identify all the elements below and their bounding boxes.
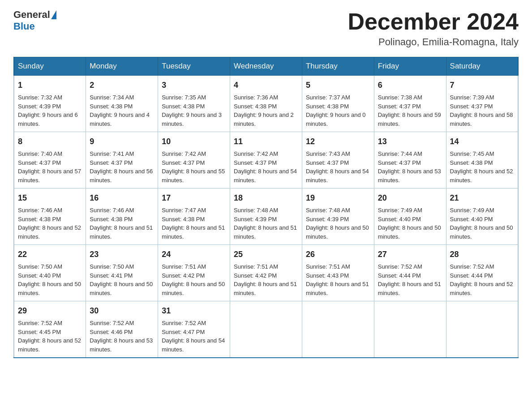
header-sunday: Sunday bbox=[14, 57, 86, 76]
day-number: 18 bbox=[234, 192, 298, 204]
day-info: Sunrise: 7:49 AMSunset: 4:40 PMDaylight:… bbox=[378, 206, 442, 241]
calendar-cell-w4-d5: 27Sunrise: 7:52 AMSunset: 4:44 PMDayligh… bbox=[374, 245, 446, 301]
day-number: 19 bbox=[306, 192, 370, 204]
day-number: 2 bbox=[90, 79, 154, 91]
day-info: Sunrise: 7:46 AMSunset: 4:38 PMDaylight:… bbox=[90, 206, 154, 241]
calendar-cell-w4-d3: 25Sunrise: 7:51 AMSunset: 4:42 PMDayligh… bbox=[230, 245, 302, 301]
day-number: 16 bbox=[90, 192, 154, 204]
day-info: Sunrise: 7:50 AMSunset: 4:41 PMDaylight:… bbox=[90, 262, 154, 297]
calendar-cell-w2-d5: 13Sunrise: 7:44 AMSunset: 4:37 PMDayligh… bbox=[374, 132, 446, 188]
day-info: Sunrise: 7:39 AMSunset: 4:37 PMDaylight:… bbox=[450, 93, 514, 128]
day-number: 3 bbox=[162, 79, 226, 91]
day-info: Sunrise: 7:52 AMSunset: 4:44 PMDaylight:… bbox=[450, 262, 514, 297]
day-number: 29 bbox=[18, 305, 82, 317]
day-number: 6 bbox=[378, 79, 442, 91]
day-number: 4 bbox=[234, 79, 298, 91]
calendar-week-row-2: 8Sunrise: 7:40 AMSunset: 4:37 PMDaylight… bbox=[14, 132, 518, 188]
day-info: Sunrise: 7:51 AMSunset: 4:42 PMDaylight:… bbox=[162, 262, 226, 297]
day-info: Sunrise: 7:42 AMSunset: 4:37 PMDaylight:… bbox=[162, 150, 226, 184]
day-info: Sunrise: 7:36 AMSunset: 4:38 PMDaylight:… bbox=[234, 93, 298, 128]
calendar-cell-w3-d5: 20Sunrise: 7:49 AMSunset: 4:40 PMDayligh… bbox=[374, 188, 446, 245]
title-section: December 2024 Polinago, Emilia-Romagna, … bbox=[348, 9, 519, 48]
day-info: Sunrise: 7:51 AMSunset: 4:43 PMDaylight:… bbox=[306, 262, 370, 297]
day-number: 1 bbox=[18, 79, 82, 91]
day-number: 21 bbox=[450, 192, 514, 204]
calendar-cell-w5-d1: 30Sunrise: 7:52 AMSunset: 4:46 PMDayligh… bbox=[86, 301, 158, 358]
day-info: Sunrise: 7:45 AMSunset: 4:38 PMDaylight:… bbox=[450, 150, 514, 184]
day-number: 10 bbox=[162, 136, 226, 148]
calendar-week-row-4: 22Sunrise: 7:50 AMSunset: 4:40 PMDayligh… bbox=[14, 245, 518, 301]
day-number: 28 bbox=[450, 248, 514, 261]
calendar-cell-w2-d1: 9Sunrise: 7:41 AMSunset: 4:37 PMDaylight… bbox=[86, 132, 158, 188]
day-info: Sunrise: 7:51 AMSunset: 4:42 PMDaylight:… bbox=[234, 262, 298, 297]
calendar-cell-w1-d2: 3Sunrise: 7:35 AMSunset: 4:38 PMDaylight… bbox=[158, 76, 230, 132]
calendar-cell-w3-d0: 15Sunrise: 7:46 AMSunset: 4:38 PMDayligh… bbox=[14, 188, 86, 245]
day-number: 12 bbox=[306, 136, 370, 148]
calendar-cell-w1-d6: 7Sunrise: 7:39 AMSunset: 4:37 PMDaylight… bbox=[446, 76, 518, 132]
calendar-cell-w2-d6: 14Sunrise: 7:45 AMSunset: 4:38 PMDayligh… bbox=[446, 132, 518, 188]
page-header: General Blue December 2024 Polinago, Emi… bbox=[13, 9, 519, 48]
day-number: 8 bbox=[18, 136, 82, 148]
calendar-cell-w4-d6: 28Sunrise: 7:52 AMSunset: 4:44 PMDayligh… bbox=[446, 245, 518, 301]
calendar-body: 1Sunrise: 7:32 AMSunset: 4:39 PMDaylight… bbox=[14, 76, 518, 358]
day-info: Sunrise: 7:38 AMSunset: 4:37 PMDaylight:… bbox=[378, 93, 442, 128]
calendar-cell-w1-d0: 1Sunrise: 7:32 AMSunset: 4:39 PMDaylight… bbox=[14, 76, 86, 132]
header-thursday: Thursday bbox=[302, 57, 374, 76]
day-info: Sunrise: 7:50 AMSunset: 4:40 PMDaylight:… bbox=[18, 262, 82, 297]
day-info: Sunrise: 7:52 AMSunset: 4:47 PMDaylight:… bbox=[162, 319, 226, 354]
day-number: 23 bbox=[90, 248, 154, 261]
header-tuesday: Tuesday bbox=[158, 57, 230, 76]
logo-blue-text: Blue bbox=[13, 21, 35, 32]
day-number: 11 bbox=[234, 136, 298, 148]
calendar-cell-w2-d3: 11Sunrise: 7:42 AMSunset: 4:37 PMDayligh… bbox=[230, 132, 302, 188]
day-number: 26 bbox=[306, 248, 370, 261]
day-number: 14 bbox=[450, 136, 514, 148]
month-title: December 2024 bbox=[348, 9, 519, 34]
day-number: 5 bbox=[306, 79, 370, 91]
calendar-week-row-3: 15Sunrise: 7:46 AMSunset: 4:38 PMDayligh… bbox=[14, 188, 518, 245]
calendar-cell-w1-d5: 6Sunrise: 7:38 AMSunset: 4:37 PMDaylight… bbox=[374, 76, 446, 132]
calendar-cell-w3-d3: 18Sunrise: 7:48 AMSunset: 4:39 PMDayligh… bbox=[230, 188, 302, 245]
calendar-cell-w4-d4: 26Sunrise: 7:51 AMSunset: 4:43 PMDayligh… bbox=[302, 245, 374, 301]
day-number: 7 bbox=[450, 79, 514, 91]
logo: General Blue bbox=[13, 9, 56, 32]
calendar-week-row-5: 29Sunrise: 7:52 AMSunset: 4:45 PMDayligh… bbox=[14, 301, 518, 358]
day-info: Sunrise: 7:52 AMSunset: 4:44 PMDaylight:… bbox=[378, 262, 442, 297]
header-saturday: Saturday bbox=[446, 57, 518, 76]
calendar-cell-w4-d1: 23Sunrise: 7:50 AMSunset: 4:41 PMDayligh… bbox=[86, 245, 158, 301]
calendar-cell-w5-d3 bbox=[230, 301, 302, 358]
day-info: Sunrise: 7:44 AMSunset: 4:37 PMDaylight:… bbox=[378, 150, 442, 184]
calendar-cell-w5-d4 bbox=[302, 301, 374, 358]
day-number: 25 bbox=[234, 248, 298, 261]
header-monday: Monday bbox=[86, 57, 158, 76]
calendar-cell-w2-d2: 10Sunrise: 7:42 AMSunset: 4:37 PMDayligh… bbox=[158, 132, 230, 188]
calendar-cell-w5-d5 bbox=[374, 301, 446, 358]
day-number: 13 bbox=[378, 136, 442, 148]
day-info: Sunrise: 7:40 AMSunset: 4:37 PMDaylight:… bbox=[18, 150, 82, 184]
day-info: Sunrise: 7:46 AMSunset: 4:38 PMDaylight:… bbox=[18, 206, 82, 241]
day-number: 17 bbox=[162, 192, 226, 204]
calendar-cell-w4-d0: 22Sunrise: 7:50 AMSunset: 4:40 PMDayligh… bbox=[14, 245, 86, 301]
day-info: Sunrise: 7:41 AMSunset: 4:37 PMDaylight:… bbox=[90, 150, 154, 184]
day-info: Sunrise: 7:34 AMSunset: 4:38 PMDaylight:… bbox=[90, 93, 154, 128]
day-info: Sunrise: 7:42 AMSunset: 4:37 PMDaylight:… bbox=[234, 150, 298, 184]
calendar-cell-w1-d3: 4Sunrise: 7:36 AMSunset: 4:38 PMDaylight… bbox=[230, 76, 302, 132]
header-wednesday: Wednesday bbox=[230, 57, 302, 76]
calendar-cell-w5-d6 bbox=[446, 301, 518, 358]
day-info: Sunrise: 7:49 AMSunset: 4:40 PMDaylight:… bbox=[450, 206, 514, 241]
calendar-cell-w2-d0: 8Sunrise: 7:40 AMSunset: 4:37 PMDaylight… bbox=[14, 132, 86, 188]
day-number: 9 bbox=[90, 136, 154, 148]
day-number: 24 bbox=[162, 248, 226, 261]
calendar-cell-w3-d6: 21Sunrise: 7:49 AMSunset: 4:40 PMDayligh… bbox=[446, 188, 518, 245]
day-info: Sunrise: 7:52 AMSunset: 4:45 PMDaylight:… bbox=[18, 319, 82, 354]
calendar-cell-w3-d1: 16Sunrise: 7:46 AMSunset: 4:38 PMDayligh… bbox=[86, 188, 158, 245]
logo-general-text: General bbox=[13, 9, 50, 21]
header-friday: Friday bbox=[374, 57, 446, 76]
calendar-cell-w3-d4: 19Sunrise: 7:48 AMSunset: 4:39 PMDayligh… bbox=[302, 188, 374, 245]
calendar-cell-w5-d2: 31Sunrise: 7:52 AMSunset: 4:47 PMDayligh… bbox=[158, 301, 230, 358]
day-number: 15 bbox=[18, 192, 82, 204]
day-info: Sunrise: 7:32 AMSunset: 4:39 PMDaylight:… bbox=[18, 93, 82, 128]
day-number: 22 bbox=[18, 248, 82, 261]
logo-triangle-icon bbox=[51, 10, 56, 19]
day-info: Sunrise: 7:37 AMSunset: 4:38 PMDaylight:… bbox=[306, 93, 370, 128]
